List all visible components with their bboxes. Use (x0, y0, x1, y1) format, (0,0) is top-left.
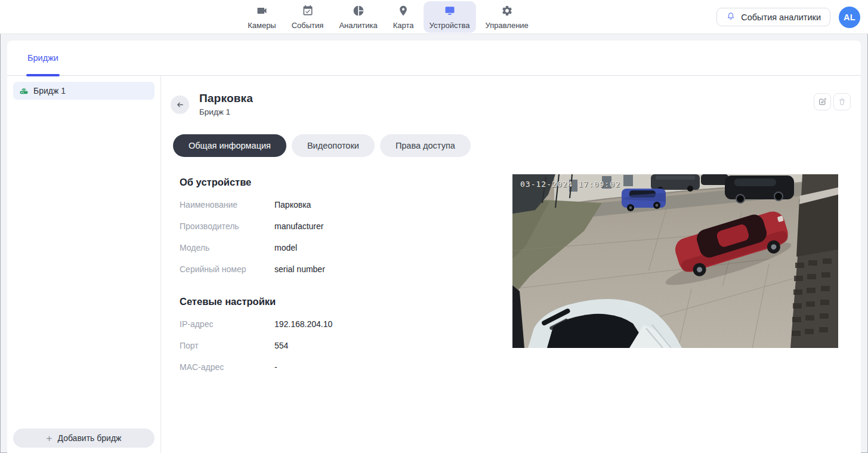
gear-icon (501, 5, 513, 19)
edit-button[interactable] (814, 93, 831, 110)
video-camera-icon (256, 5, 268, 19)
bridges-sidebar: Бридж 1 + Добавить бридж (7, 76, 161, 453)
top-bar: Камеры События Аналитика Карта Устройств… (0, 0, 868, 34)
nav-label: Карта (393, 21, 414, 30)
plus-icon: + (47, 433, 52, 443)
nav-label: События (292, 21, 324, 30)
map-pin-icon (397, 5, 409, 19)
camera-snapshot: 03-12-2024 17:09:02 03-12-2024 17:09:02 (512, 174, 838, 348)
sidebar-spacer (13, 100, 155, 429)
nav-item-devices[interactable]: Устройства (424, 1, 476, 33)
nav-label: Устройства (430, 21, 470, 30)
bridge-router-icon (19, 85, 29, 97)
page-title: Парковка (199, 92, 253, 105)
tab-general-info[interactable]: Общая информация (173, 134, 286, 157)
nav-item-map[interactable]: Карта (387, 1, 420, 33)
bell-icon (726, 11, 736, 23)
add-bridge-label: Добавить бридж (58, 433, 122, 443)
tab-video-streams[interactable]: Видеопотоки (292, 134, 375, 157)
timestamp-overlay: 03-12-2024 17:09:02 (520, 180, 620, 189)
add-bridge-button[interactable]: + Добавить бридж (13, 429, 155, 448)
analytics-events-button[interactable]: События аналитики (716, 8, 830, 26)
nav-item-events[interactable]: События (286, 1, 330, 33)
nav-label: Камеры (248, 21, 276, 30)
edit-pencil-icon (818, 97, 827, 106)
tab-access-rights[interactable]: Права доступа (380, 134, 471, 157)
nav-item-analytics[interactable]: Аналитика (333, 1, 383, 33)
bridge-item-label: Бридж 1 (33, 86, 66, 95)
device-tabs: Общая информация Видеопотоки Права досту… (173, 134, 861, 157)
info-row: MAC-адрес - (180, 356, 861, 378)
nav-item-cameras[interactable]: Камеры (242, 1, 282, 33)
arrow-left-icon (175, 100, 185, 110)
trash-icon (838, 97, 847, 106)
analytics-events-label: События аналитики (741, 13, 821, 22)
nav-label: Управление (486, 21, 529, 30)
nav-item-management[interactable]: Управление (480, 1, 535, 33)
page-subtitle: Бридж 1 (199, 107, 253, 116)
monitor-icon (444, 5, 456, 19)
back-button[interactable] (171, 95, 189, 114)
calendar-check-icon (302, 5, 314, 19)
device-details: Парковка Бридж 1 Общая информация Видеоп… (161, 76, 861, 453)
sidebar-item-bridge-1[interactable]: Бридж 1 (13, 82, 155, 100)
black-sedan (725, 175, 794, 203)
delete-button[interactable] (833, 93, 851, 110)
pie-chart-icon (353, 5, 365, 19)
tab-bridges[interactable]: Бриджи (26, 41, 60, 75)
main-card: Бриджи Бридж 1 + Добавить (7, 41, 861, 453)
nav-label: Аналитика (339, 21, 377, 30)
parking-lot-image: 03-12-2024 17:09:02 03-12-2024 17:09:02 (512, 174, 838, 348)
main-nav: Камеры События Аналитика Карта Устройств… (242, 1, 535, 33)
section-tabs: Бриджи (7, 41, 861, 76)
user-avatar[interactable]: AL (839, 7, 860, 28)
